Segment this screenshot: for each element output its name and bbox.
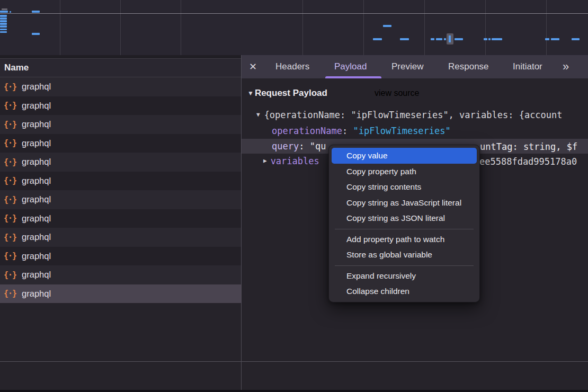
- request-row[interactable]: {·}graphql: [0, 228, 241, 247]
- request-row[interactable]: {·}graphql: [0, 115, 241, 134]
- request-row[interactable]: {·}graphql: [0, 265, 241, 284]
- menu-item-copy-string-js-literal[interactable]: Copy string as JavaScript literal: [329, 195, 479, 211]
- property-value-string: "ipFlowTimeseries": [353, 126, 451, 136]
- network-overview-timeline[interactable]: [0, 0, 588, 55]
- overview-bar: [383, 25, 391, 27]
- request-name: graphql: [22, 251, 51, 261]
- overview-bar: [572, 38, 580, 40]
- menu-item-add-property-path-to-watch[interactable]: Add property path to watch: [329, 231, 479, 247]
- request-row[interactable]: {·}graphql: [0, 247, 241, 266]
- close-icon[interactable]: ✕: [249, 55, 257, 78]
- gridline: [546, 0, 547, 55]
- tab-response[interactable]: Response: [448, 55, 489, 78]
- gridline: [363, 0, 364, 55]
- request-name: graphql: [22, 157, 51, 167]
- overview-bar: [10, 11, 11, 13]
- gridline: [302, 0, 303, 55]
- json-icon: {·}: [4, 157, 16, 167]
- name-column-label: Name: [0, 63, 29, 73]
- overview-selected-request-bar: [449, 35, 451, 42]
- menu-item-store-as-global-variable[interactable]: Store as global variable: [329, 247, 479, 263]
- tab-payload[interactable]: Payload: [334, 55, 367, 78]
- disclosure-expanded-icon[interactable]: ▼: [247, 90, 254, 97]
- request-name: graphql: [22, 232, 51, 242]
- overview-bar: [431, 38, 434, 40]
- overview-bar: [32, 11, 40, 13]
- overview-bar: [455, 38, 463, 40]
- overview-bar: [0, 11, 8, 13]
- menu-item-copy-string-contents[interactable]: Copy string contents: [329, 179, 479, 195]
- context-menu: Copy value Copy property path Copy strin…: [328, 145, 480, 302]
- overview-bar: [488, 38, 491, 40]
- overview-bar: [0, 25, 7, 28]
- overview-bar: [2, 8, 7, 10]
- overview-bar: [0, 17, 7, 20]
- json-icon: {·}: [4, 195, 16, 204]
- property-key: variables: [271, 156, 319, 166]
- request-row[interactable]: {·}graphql: [0, 153, 241, 172]
- overview-bar: [400, 38, 409, 40]
- overview-bar: [444, 38, 446, 40]
- tab-preview[interactable]: Preview: [391, 55, 423, 78]
- more-tabs-icon[interactable]: »: [563, 55, 568, 78]
- request-name: graphql: [22, 176, 51, 186]
- disclosure-expanded-icon[interactable]: ▼: [256, 111, 260, 118]
- overview-row-divider: [0, 13, 588, 14]
- request-payload-section-header[interactable]: ▼ Request Payload: [242, 87, 327, 100]
- key-separator: :: [299, 141, 309, 152]
- tab-headers[interactable]: Headers: [275, 55, 309, 78]
- json-icon: {·}: [4, 176, 16, 185]
- tab-initiator[interactable]: Initiator: [513, 55, 542, 78]
- request-row[interactable]: {·}graphql: [0, 190, 241, 209]
- menu-item-copy-value[interactable]: Copy value: [332, 148, 477, 164]
- payload-object-preview: {operationName: "ipFlowTimeseries", vari…: [264, 110, 563, 120]
- property-key: operationName: [272, 126, 342, 136]
- section-title: Request Payload: [255, 88, 327, 99]
- overview-bar: [492, 38, 502, 40]
- request-name: graphql: [22, 270, 51, 280]
- json-icon: {·}: [4, 120, 16, 129]
- request-row[interactable]: {·}graphql: [0, 77, 241, 96]
- property-key: query: [272, 141, 299, 152]
- gridline: [60, 0, 60, 55]
- query-value-fragment: untTag: string, $f: [480, 141, 577, 152]
- json-icon: {·}: [4, 82, 16, 92]
- overview-bar: [0, 15, 7, 17]
- overview-bar: [436, 38, 442, 40]
- menu-item-copy-string-json-literal[interactable]: Copy string as JSON literal: [329, 210, 479, 226]
- property-value-start: "qu: [310, 141, 326, 152]
- view-source-link[interactable]: view source: [375, 88, 419, 98]
- menu-item-collapse-children[interactable]: Collapse children: [329, 283, 479, 299]
- detail-tab-bar: ✕ Headers Payload Preview Response Initi…: [242, 55, 588, 78]
- gridline: [485, 0, 486, 55]
- disclosure-collapsed-icon[interactable]: ▶: [263, 157, 267, 164]
- request-row[interactable]: {·}graphql: [0, 209, 241, 228]
- request-row-selected[interactable]: {·}graphql: [0, 284, 241, 304]
- request-row[interactable]: {·}graphql: [0, 96, 241, 115]
- name-column-header[interactable]: Name: [0, 58, 241, 77]
- overview-bar: [0, 31, 7, 33]
- request-name: graphql: [22, 213, 51, 224]
- overview-bar: [484, 38, 487, 40]
- json-icon: {·}: [4, 251, 16, 261]
- json-icon: {·}: [4, 101, 16, 110]
- overview-bar: [0, 29, 7, 31]
- menu-item-expand-recursively[interactable]: Expand recursively: [329, 268, 479, 284]
- operation-name-row[interactable]: operationName: "ipFlowTimeseries": [242, 123, 588, 138]
- request-row[interactable]: {·}graphql: [0, 134, 241, 153]
- payload-root-line[interactable]: ▼ {operationName: "ipFlowTimeseries", va…: [242, 108, 588, 122]
- gridline: [120, 0, 121, 55]
- json-icon: {·}: [4, 289, 16, 298]
- overview-bar: [0, 20, 7, 22]
- overview-bar: [373, 38, 382, 40]
- request-row[interactable]: {·}graphql: [0, 172, 241, 191]
- menu-item-copy-property-path[interactable]: Copy property path: [329, 164, 479, 180]
- menu-separator: [335, 265, 474, 266]
- overview-bar: [545, 38, 549, 40]
- key-separator: :: [342, 126, 353, 136]
- menu-separator: [335, 229, 474, 229]
- request-name: graphql: [22, 82, 51, 92]
- overview-bar: [32, 33, 40, 35]
- overview-bar: [0, 23, 7, 25]
- gridline: [424, 0, 425, 55]
